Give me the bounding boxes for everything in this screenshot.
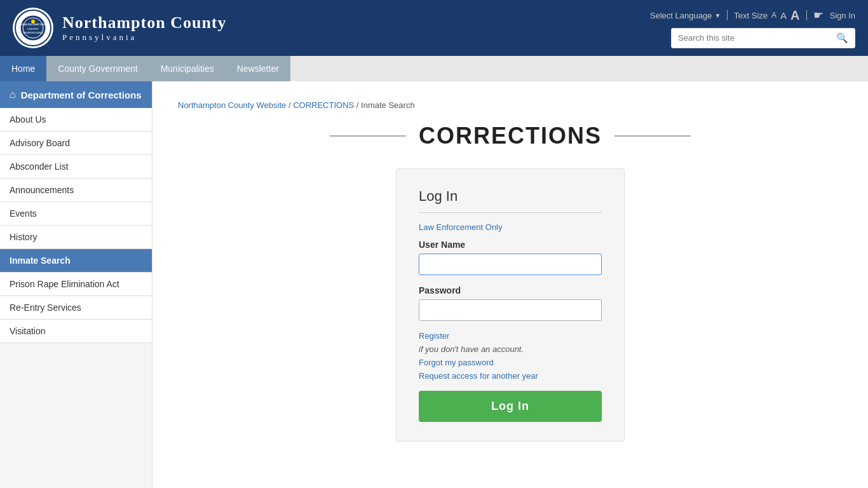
org-title: Northampton County (62, 13, 227, 32)
sidebar-item-events[interactable]: Events (0, 202, 152, 226)
home-icon: ⌂ (10, 89, 16, 100)
breadcrumb-home[interactable]: Northampton County Website (178, 100, 286, 110)
sidebar-item-announcements[interactable]: Announcements (0, 179, 152, 202)
text-size-controls: Text Size A A A (734, 8, 799, 23)
password-input[interactable] (419, 299, 602, 321)
org-name: Northampton County Pennsylvania (62, 13, 227, 43)
username-label: User Name (419, 240, 602, 250)
sidebar-item-advisory-board[interactable]: Advisory Board (0, 132, 152, 155)
text-size-medium-button[interactable]: A (780, 10, 787, 21)
username-group: User Name (419, 240, 602, 275)
county-seal: NORTHAMPTON COUNTY PENNSYLVANIA (13, 8, 53, 48)
search-box: 🔍 (671, 28, 855, 48)
language-label: Select Language (650, 11, 712, 20)
svg-text:PENNSYLVANIA: PENNSYLVANIA (24, 31, 43, 34)
breadcrumb-corrections[interactable]: CORRECTIONS (293, 100, 354, 110)
login-heading: Log In (419, 188, 602, 213)
header-controls: Select Language ▼ Text Size A A A ☛ Sign… (650, 8, 855, 48)
org-subtitle: Pennsylvania (62, 32, 227, 43)
page-title: CORRECTIONS (419, 123, 602, 149)
main-layout: ⌂ Department of Corrections About Us Adv… (0, 81, 868, 488)
request-access-link[interactable]: Request access for another year (419, 371, 602, 381)
sidebar-item-inmate-search[interactable]: Inmate Search (0, 249, 152, 273)
login-button[interactable]: Log In (419, 391, 602, 422)
content-area: Northampton County Website / CORRECTIONS… (153, 81, 868, 488)
nav-newsletter[interactable]: Newsletter (226, 56, 290, 81)
divider (727, 10, 728, 20)
sidebar-header-label: Department of Corrections (21, 90, 142, 100)
title-line-right (614, 135, 691, 137)
password-group: Password (419, 285, 602, 321)
sidebar-item-prison-rape[interactable]: Prison Rape Elimination Act (0, 273, 152, 296)
language-selector[interactable]: Select Language ▼ (650, 11, 721, 20)
page-title-row: CORRECTIONS (178, 123, 843, 149)
register-text: Register if you don't have an account. (419, 331, 602, 354)
text-size-large-button[interactable]: A (790, 8, 799, 23)
password-label: Password (419, 285, 602, 295)
register-link[interactable]: Register (419, 331, 602, 341)
language-arrow-icon: ▼ (714, 12, 721, 19)
nav-municipalities[interactable]: Municipalities (149, 56, 226, 81)
sidebar-item-about-us[interactable]: About Us (0, 108, 152, 132)
title-line-left (330, 135, 406, 137)
site-header: NORTHAMPTON COUNTY PENNSYLVANIA Northamp… (0, 0, 868, 56)
nav-county-government[interactable]: County Government (46, 56, 149, 81)
form-links: Register if you don't have an account. F… (419, 331, 602, 381)
sign-in-link[interactable]: Sign In (830, 11, 855, 20)
text-size-small-button[interactable]: A (771, 11, 776, 20)
law-enforcement-label: Law Enforcement Only (419, 222, 602, 232)
sidebar-header: ⌂ Department of Corrections (0, 81, 152, 108)
breadcrumb-sep2: / (356, 100, 361, 110)
sidebar-item-absconder-list[interactable]: Absconder List (0, 155, 152, 179)
nav-bar: Home County Government Municipalities Ne… (0, 56, 868, 81)
login-card: Log In Law Enforcement Only User Name Pa… (396, 168, 625, 442)
breadcrumb-current: Inmate Search (361, 100, 415, 110)
search-button[interactable]: 🔍 (830, 29, 855, 48)
svg-point-5 (31, 20, 35, 24)
top-controls: Select Language ▼ Text Size A A A ☛ Sign… (650, 8, 855, 23)
forgot-password-link[interactable]: Forgot my password (419, 358, 602, 367)
header-branding: NORTHAMPTON COUNTY PENNSYLVANIA Northamp… (13, 8, 227, 48)
breadcrumb: Northampton County Website / CORRECTIONS… (178, 94, 843, 116)
svg-text:COUNTY: COUNTY (27, 27, 38, 30)
text-size-label: Text Size (734, 11, 768, 20)
sidebar-item-re-entry[interactable]: Re-Entry Services (0, 296, 152, 320)
sidebar-item-history[interactable]: History (0, 226, 152, 249)
nav-home[interactable]: Home (0, 56, 46, 81)
username-input[interactable] (419, 254, 602, 275)
search-input[interactable] (672, 29, 830, 46)
register-suffix: if you don't have an account. (419, 344, 524, 354)
divider2 (806, 10, 807, 20)
sidebar-item-visitation[interactable]: Visitation (0, 320, 152, 343)
accessibility-icon[interactable]: ☛ (813, 8, 824, 22)
sidebar: ⌂ Department of Corrections About Us Adv… (0, 81, 153, 488)
